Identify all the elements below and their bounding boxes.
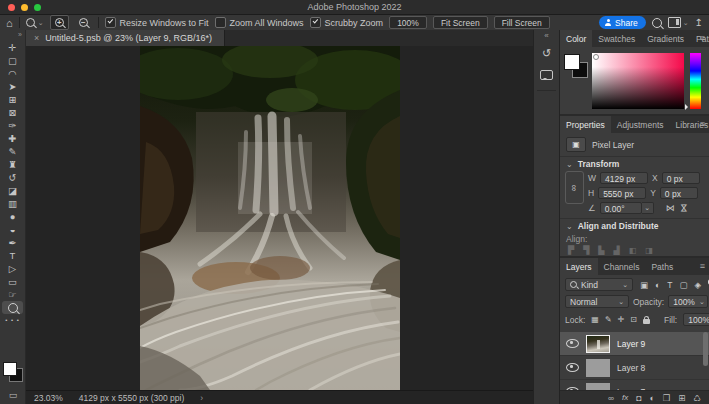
path-selection-tool[interactable]: ▷ (0, 262, 25, 275)
hand-tool[interactable]: ☞ (0, 288, 25, 301)
filter-type-layers-icon[interactable]: T (667, 280, 672, 290)
panel-menu-icon[interactable]: ≡ (700, 33, 705, 43)
lock-all-icon[interactable] (643, 319, 650, 324)
foreground-background-swatches[interactable] (564, 54, 588, 78)
search-icon[interactable] (652, 18, 662, 28)
align-center-h-icon[interactable]: ▜ (583, 246, 589, 255)
panel-menu-icon[interactable]: ≡ (700, 119, 705, 129)
panel-menu-icon[interactable]: ≡ (700, 261, 705, 271)
align-right-icon[interactable]: ▙ (598, 246, 604, 255)
canvas-area[interactable] (26, 46, 533, 390)
visibility-eye-icon[interactable] (566, 363, 579, 372)
dodge-tool[interactable]: ◒ (0, 223, 25, 236)
filter-adjustment-layers-icon[interactable]: ◐ (655, 280, 660, 290)
lock-artboard-icon[interactable]: ⊡ (630, 315, 637, 324)
transform-section-header[interactable]: ⌄ Transform (566, 159, 619, 169)
tab-layers[interactable]: Layers (560, 258, 598, 275)
frame-tool[interactable]: ⊠ (0, 106, 25, 119)
lock-paint-icon[interactable]: ✎ (605, 315, 612, 324)
share-button[interactable]: Share (599, 16, 646, 29)
blur-tool[interactable]: ● (0, 210, 25, 223)
align-top-icon[interactable]: ▟ (613, 246, 619, 255)
link-dimensions-button[interactable]: ∞ (565, 171, 584, 204)
object-selection-tool[interactable]: ➤ (0, 80, 25, 93)
layer-row-8[interactable]: Layer 8 (560, 356, 709, 380)
lock-transparency-icon[interactable]: ▦ (591, 315, 599, 324)
brush-tool[interactable]: ✎ (0, 145, 25, 158)
width-field[interactable]: 4129 px (600, 172, 648, 184)
home-icon[interactable]: ⌂ (6, 17, 13, 29)
blend-mode-dropdown[interactable]: Normal ⌄ (565, 295, 629, 308)
tab-gradients[interactable]: Gradients (641, 30, 690, 47)
filter-smart-objects-icon[interactable]: ◈ (694, 280, 701, 290)
align-left-icon[interactable]: ▛ (568, 246, 574, 255)
opacity-dropdown[interactable]: 100% ⌄ (668, 295, 708, 308)
more-tools-icon[interactable]: • • • (0, 314, 25, 326)
visibility-eye-icon[interactable] (566, 339, 579, 348)
tab-adjustments[interactable]: Adjustments (611, 116, 670, 133)
zoom-percentage[interactable]: 23.03% (34, 393, 63, 403)
link-layers-icon[interactable]: ∞ (608, 393, 614, 403)
status-options-icon[interactable]: › (200, 393, 203, 403)
fit-screen-button[interactable]: Fit Screen (433, 16, 488, 29)
eraser-tool[interactable]: ◪ (0, 184, 25, 197)
new-group-icon[interactable]: ❒ (663, 393, 671, 403)
align-bottom-icon[interactable]: ◨ (645, 246, 653, 255)
tab-properties[interactable]: Properties (560, 116, 611, 133)
hue-slider[interactable] (690, 53, 701, 109)
kind-filter-dropdown[interactable]: Kind ⌄ (565, 278, 633, 291)
rotation-field[interactable]: 0.00° (600, 202, 642, 214)
height-field[interactable]: 5550 px (598, 187, 646, 199)
layer-name[interactable]: Layer 8 (617, 363, 645, 373)
move-tool[interactable]: ✛ (0, 41, 25, 54)
flip-horizontal-icon[interactable]: ⋈ (666, 203, 675, 213)
x-field[interactable]: 0 px (662, 172, 700, 184)
zoom-all-windows-checkbox[interactable]: Zoom All Windows (215, 17, 304, 28)
layer-thumbnail[interactable] (586, 359, 610, 377)
tab-swatches[interactable]: Swatches (592, 30, 641, 47)
document-tab[interactable]: × Untitled-5.psb @ 23% (Layer 9, RGB/16*… (26, 30, 225, 46)
new-adjustment-layer-icon[interactable]: ◐ (649, 393, 654, 403)
fill-dropdown[interactable]: 100% ⌄ (683, 313, 709, 326)
layer-thumbnail[interactable] (586, 335, 610, 353)
pen-tool[interactable]: ✒ (0, 236, 25, 249)
new-layer-icon[interactable]: ⊞ (678, 393, 685, 403)
tab-color[interactable]: Color (560, 30, 592, 47)
fill-screen-button[interactable]: Fill Screen (494, 16, 550, 29)
layer-style-icon[interactable]: fx (622, 393, 628, 402)
zoom-out-button[interactable]: − (75, 16, 92, 29)
zoom-tool-preset[interactable]: ⌄ (26, 18, 44, 27)
toolbar-expand-icon[interactable]: » (0, 30, 25, 41)
screen-mode-icon[interactable]: ▭ (0, 390, 26, 400)
clone-stamp-tool[interactable]: ♜ (0, 158, 25, 171)
healing-brush-tool[interactable]: ✚ (0, 132, 25, 145)
layer-row-7[interactable]: Layer 7 (560, 380, 709, 390)
marquee-tool[interactable]: ▢ (0, 54, 25, 67)
filter-shape-layers-icon[interactable]: ▢ (679, 280, 687, 290)
tab-paths[interactable]: Paths (645, 258, 679, 275)
comments-panel-button[interactable] (534, 64, 559, 86)
delete-layer-icon[interactable]: ♺ (693, 393, 701, 403)
zoom-level-field[interactable]: 100% (389, 16, 427, 29)
gradient-tool[interactable]: ▥ (0, 197, 25, 210)
layer-name[interactable]: Layer 9 (617, 339, 645, 349)
history-panel-button[interactable]: ↺ (534, 42, 559, 64)
y-field[interactable]: 0 px (660, 187, 698, 199)
history-brush-tool[interactable]: ↺ (0, 171, 25, 184)
zoom-in-button[interactable]: + (50, 15, 69, 30)
flip-vertical-icon[interactable]: ⋈ (678, 204, 688, 213)
layer-thumbnail[interactable] (586, 383, 610, 391)
zoom-tool[interactable] (2, 301, 23, 314)
lock-position-icon[interactable]: ✛ (618, 315, 625, 324)
lasso-tool[interactable]: ◠ (0, 67, 25, 80)
rotation-dropdown-icon[interactable]: ⌄ (642, 202, 654, 214)
eyedropper-tool[interactable]: ✑ (0, 119, 25, 132)
type-tool[interactable]: T (0, 249, 25, 262)
resize-windows-checkbox[interactable]: Resize Windows to Fit (105, 17, 209, 28)
crop-tool[interactable]: ⊞ (0, 93, 25, 106)
scrubby-zoom-checkbox[interactable]: Scrubby Zoom (310, 17, 384, 28)
tab-channels[interactable]: Channels (598, 258, 646, 275)
foreground-color-swatch[interactable] (3, 362, 17, 376)
align-center-v-icon[interactable]: ◧ (629, 246, 637, 255)
color-field[interactable] (592, 53, 684, 109)
